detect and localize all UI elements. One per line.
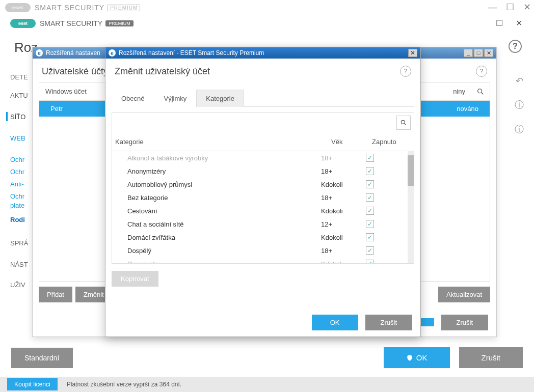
dialog1-cancel-button[interactable]: Zrušit (441, 315, 489, 330)
dialog1-help-button[interactable]: ? (476, 66, 487, 77)
category-enabled[interactable]: ✓ (366, 207, 411, 215)
svg-point-0 (478, 89, 482, 93)
app-maximize-icon[interactable]: ☐ (494, 18, 504, 28)
category-enabled[interactable]: ✓ (366, 193, 411, 202)
dialog1-minimize-icon[interactable]: _ (464, 49, 473, 57)
dialog2-titlebar[interactable]: e Rozšířená nastavení - ESET Smart Secur… (105, 47, 420, 59)
category-enabled[interactable]: ✓ (366, 220, 411, 228)
add-button[interactable]: Přidat (39, 287, 72, 302)
minimize-icon[interactable]: — (488, 3, 497, 11)
categories-list[interactable]: Alkonol a tabákové výrobky18+✓Anonymizér… (112, 151, 414, 263)
standard-button[interactable]: Standardní (11, 348, 73, 368)
copy-row: Kopírovat (112, 271, 414, 287)
category-enabled[interactable]: ✓ (366, 167, 411, 175)
category-enabled[interactable]: ✓ (366, 180, 411, 188)
eset-logo: eset (10, 19, 36, 28)
info-icon-2[interactable]: ⓘ (515, 123, 524, 135)
undo-icon[interactable]: ↶ (516, 75, 523, 87)
category-name: Domácí zvířátka (115, 234, 321, 241)
tab-categories[interactable]: Kategorie (196, 90, 244, 107)
category-row[interactable]: Alkonol a tabákové výrobky18+✓ (112, 151, 414, 164)
category-row[interactable]: Dospělý18+✓ (112, 244, 414, 257)
main-ok-label: OK (416, 353, 428, 362)
dialog2-heading: Změnit uživatelský účet (115, 66, 210, 77)
dialog1-maximize-icon[interactable]: □ (474, 49, 483, 57)
checkbox-icon[interactable]: ✓ (366, 193, 374, 202)
checkbox-icon[interactable]: ✓ (366, 246, 374, 255)
category-name: Dynamicky (115, 260, 321, 264)
category-row[interactable]: Anonymizéry18+✓ (112, 164, 414, 178)
buy-license-button[interactable]: Koupit licenci (7, 378, 58, 390)
trial-status-text: Platnost zkušební verze vyprší za 364 dn… (67, 381, 181, 388)
category-row[interactable]: Automobilový průmyslKdokoli✓ (112, 178, 414, 191)
checkbox-icon[interactable]: ✓ (366, 167, 374, 175)
eset-logo-bg: eset (5, 3, 31, 12)
tab-general[interactable]: Obecné (112, 90, 154, 107)
shield-icon (406, 354, 413, 362)
dialog2-title: Rozšířená nastavení - ESET Smart Securit… (119, 49, 264, 57)
checkbox-icon[interactable]: ✓ (366, 154, 374, 162)
dialog2-footer: OK Zrušit (105, 308, 420, 337)
category-name: Alkonol a tabákové výrobky (115, 154, 321, 162)
categories-header: Kategorie Věk Zapnuto (112, 133, 414, 151)
tabs: Obecné Výjimky Kategorie (112, 89, 414, 107)
app-close-icon[interactable]: ✕ (514, 18, 524, 28)
category-name: Dospělý (115, 247, 321, 255)
checkbox-icon[interactable]: ✓ (366, 180, 374, 188)
category-enabled[interactable]: ✓ (366, 233, 411, 241)
main-cancel-button[interactable]: Zrušit (459, 347, 523, 368)
category-name: Bez kategorie (115, 194, 321, 202)
window-controls-bg: — ☐ ✕ (488, 3, 531, 11)
checkbox-icon[interactable]: ✓ (366, 260, 374, 263)
checkbox-icon[interactable]: ✓ (366, 233, 374, 241)
dialog2-cancel-button[interactable]: Zrušit (365, 315, 413, 330)
update-button[interactable]: Aktualizovat (438, 287, 490, 302)
category-age: Kdokoli (321, 207, 366, 215)
dialog1-title: Rozšířená nastaven (46, 49, 100, 57)
tab-exceptions[interactable]: Výjimky (154, 90, 197, 107)
category-row[interactable]: Chat a sociální sítě12+✓ (112, 217, 414, 231)
search-button[interactable] (471, 82, 490, 101)
category-row[interactable]: Domácí zvířátkaKdokoli✓ (112, 231, 414, 244)
category-name: Chat a sociální sítě (115, 220, 321, 228)
category-row[interactable]: DynamickyKdokoli✓ (112, 257, 414, 263)
category-age: 18+ (321, 167, 366, 175)
category-enabled[interactable]: ✓ (366, 154, 411, 162)
eset-e-icon: e (36, 49, 43, 57)
col-enabled: Zapnuto (369, 133, 414, 151)
category-row[interactable]: Bez kategorie18+✓ (112, 191, 414, 204)
close-icon[interactable]: ✕ (523, 3, 531, 11)
svg-line-1 (482, 93, 483, 94)
scrollbar[interactable] (408, 151, 414, 263)
category-enabled[interactable]: ✓ (366, 246, 411, 255)
categories-search-button[interactable] (396, 116, 411, 130)
help-button[interactable]: ? (509, 40, 522, 53)
category-enabled[interactable]: ✓ (366, 260, 411, 263)
category-age: 12+ (321, 220, 366, 228)
dialog2-close-icon[interactable]: ✕ (408, 49, 417, 57)
scrollbar-thumb[interactable] (408, 155, 414, 186)
eset-e-icon-2: e (109, 49, 116, 57)
dialog2-ok-button[interactable]: OK (312, 315, 358, 330)
checkbox-icon[interactable]: ✓ (366, 220, 374, 228)
dialog1-close-icon[interactable]: ✕ (484, 49, 493, 57)
product-name-bg: SMART SECURITY (35, 4, 104, 12)
status-bar: Koupit licenci Platnost zkušební verze v… (0, 377, 534, 392)
category-age: 18+ (321, 154, 366, 162)
app-titlebar: eset SMART SECURITY PREMIUM (6, 16, 528, 31)
app-window-controls: ☐ ✕ (494, 18, 524, 28)
window-titlebar-bg: eset SMART SECURITY PREMIUM (0, 0, 534, 15)
categories-table: Kategorie Věk Zapnuto Alkonol a tabákové… (112, 112, 414, 264)
checkbox-icon[interactable]: ✓ (366, 207, 374, 215)
info-icon[interactable]: ⓘ (515, 99, 524, 111)
category-age: Kdokoli (321, 234, 366, 241)
category-row[interactable]: CestováníKdokoli✓ (112, 204, 414, 217)
col-age: Věk (328, 133, 369, 151)
category-age: 18+ (321, 247, 366, 255)
maximize-icon[interactable]: ☐ (506, 3, 514, 11)
premium-badge: PREMIUM (105, 20, 134, 26)
right-toolbar: ↶ ⓘ ⓘ (515, 75, 524, 135)
dialog2-help-button[interactable]: ? (400, 66, 411, 77)
svg-line-3 (405, 124, 406, 125)
main-ok-button[interactable]: OK (384, 347, 450, 368)
